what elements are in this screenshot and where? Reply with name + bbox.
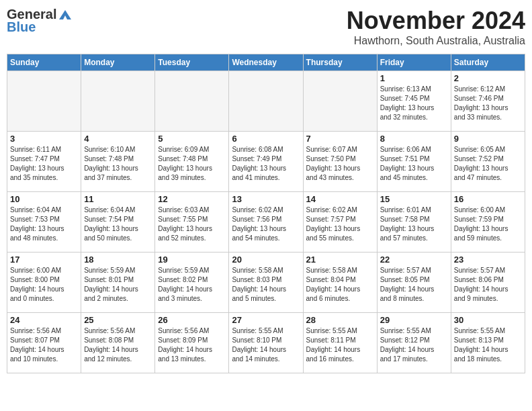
day-number: 1 — [380, 73, 448, 83]
calendar-cell — [155, 71, 229, 132]
calendar-cell — [7, 71, 81, 132]
day-number: 27 — [232, 315, 300, 325]
day-info: Sunrise: 6:00 AMSunset: 8:00 PMDaylight:… — [10, 266, 78, 304]
calendar-header-row: SundayMondayTuesdayWednesdayThursdayFrid… — [7, 54, 525, 71]
day-number: 23 — [454, 255, 522, 265]
calendar-cell — [229, 71, 303, 132]
day-number: 10 — [10, 194, 78, 204]
day-info: Sunrise: 6:04 AMSunset: 7:53 PMDaylight:… — [10, 205, 78, 243]
day-info: Sunrise: 5:59 AMSunset: 8:02 PMDaylight:… — [158, 266, 226, 304]
day-info: Sunrise: 5:55 AMSunset: 8:12 PMDaylight:… — [380, 326, 448, 364]
calendar-week-1: 1Sunrise: 6:13 AMSunset: 7:45 PMDaylight… — [7, 71, 525, 132]
calendar-cell: 11Sunrise: 6:04 AMSunset: 7:54 PMDayligh… — [81, 192, 155, 253]
calendar-cell: 13Sunrise: 6:02 AMSunset: 7:56 PMDayligh… — [229, 192, 303, 253]
day-number: 9 — [454, 134, 522, 144]
calendar-cell: 15Sunrise: 6:01 AMSunset: 7:58 PMDayligh… — [377, 192, 451, 253]
calendar-cell: 5Sunrise: 6:09 AMSunset: 7:48 PMDaylight… — [155, 132, 229, 192]
day-info: Sunrise: 6:01 AMSunset: 7:58 PMDaylight:… — [380, 205, 448, 243]
logo-blue: Blue — [7, 19, 36, 35]
day-info: Sunrise: 5:56 AMSunset: 8:07 PMDaylight:… — [10, 326, 78, 364]
day-number: 26 — [158, 315, 226, 325]
calendar-cell: 3Sunrise: 6:11 AMSunset: 7:47 PMDaylight… — [7, 132, 81, 192]
calendar-cell: 26Sunrise: 5:56 AMSunset: 8:09 PMDayligh… — [155, 313, 229, 373]
day-number: 21 — [306, 255, 374, 265]
day-info: Sunrise: 6:00 AMSunset: 7:59 PMDaylight:… — [454, 205, 522, 243]
title-block: November 2024 Hawthorn, South Australia,… — [347, 7, 525, 47]
day-number: 14 — [306, 194, 374, 204]
day-number: 19 — [158, 255, 226, 265]
day-info: Sunrise: 5:58 AMSunset: 8:03 PMDaylight:… — [232, 266, 300, 304]
day-number: 13 — [232, 194, 300, 204]
calendar-cell: 17Sunrise: 6:00 AMSunset: 8:00 PMDayligh… — [7, 253, 81, 313]
day-info: Sunrise: 6:03 AMSunset: 7:55 PMDaylight:… — [158, 205, 226, 243]
calendar-cell: 27Sunrise: 5:55 AMSunset: 8:10 PMDayligh… — [229, 313, 303, 373]
day-number: 25 — [84, 315, 152, 325]
calendar-cell: 2Sunrise: 6:12 AMSunset: 7:46 PMDaylight… — [451, 71, 525, 132]
day-info: Sunrise: 6:12 AMSunset: 7:46 PMDaylight:… — [454, 85, 522, 122]
location: Hawthorn, South Australia, Australia — [347, 35, 525, 47]
day-info: Sunrise: 5:56 AMSunset: 8:08 PMDaylight:… — [84, 326, 152, 364]
day-header-sunday: Sunday — [7, 54, 81, 71]
day-number: 22 — [380, 255, 448, 265]
day-info: Sunrise: 5:55 AMSunset: 8:10 PMDaylight:… — [232, 326, 300, 364]
day-info: Sunrise: 6:09 AMSunset: 7:48 PMDaylight:… — [158, 145, 226, 183]
day-number: 8 — [380, 134, 448, 144]
day-number: 6 — [232, 134, 300, 144]
day-number: 29 — [380, 315, 448, 325]
page-header: General Blue November 2024 Hawthorn, Sou… — [7, 7, 525, 47]
calendar-week-4: 17Sunrise: 6:00 AMSunset: 8:00 PMDayligh… — [7, 253, 525, 313]
day-info: Sunrise: 6:13 AMSunset: 7:45 PMDaylight:… — [380, 85, 448, 122]
day-number: 28 — [306, 315, 374, 325]
calendar-cell: 23Sunrise: 5:57 AMSunset: 8:06 PMDayligh… — [451, 253, 525, 313]
calendar-cell: 14Sunrise: 6:02 AMSunset: 7:57 PMDayligh… — [303, 192, 377, 253]
day-info: Sunrise: 6:10 AMSunset: 7:48 PMDaylight:… — [84, 145, 152, 183]
day-number: 18 — [84, 255, 152, 265]
day-header-thursday: Thursday — [303, 54, 377, 71]
day-info: Sunrise: 6:04 AMSunset: 7:54 PMDaylight:… — [84, 205, 152, 243]
calendar-cell: 6Sunrise: 6:08 AMSunset: 7:49 PMDaylight… — [229, 132, 303, 192]
calendar-week-2: 3Sunrise: 6:11 AMSunset: 7:47 PMDaylight… — [7, 132, 525, 192]
calendar-cell: 4Sunrise: 6:10 AMSunset: 7:48 PMDaylight… — [81, 132, 155, 192]
calendar-cell: 9Sunrise: 6:05 AMSunset: 7:52 PMDaylight… — [451, 132, 525, 192]
day-header-monday: Monday — [81, 54, 155, 71]
calendar-cell: 10Sunrise: 6:04 AMSunset: 7:53 PMDayligh… — [7, 192, 81, 253]
logo-icon — [58, 9, 73, 21]
day-info: Sunrise: 5:55 AMSunset: 8:13 PMDaylight:… — [454, 326, 522, 364]
calendar-cell: 1Sunrise: 6:13 AMSunset: 7:45 PMDaylight… — [377, 71, 451, 132]
day-number: 30 — [454, 315, 522, 325]
month-title: November 2024 — [347, 7, 525, 35]
day-info: Sunrise: 6:07 AMSunset: 7:50 PMDaylight:… — [306, 145, 374, 183]
calendar-cell: 16Sunrise: 6:00 AMSunset: 7:59 PMDayligh… — [451, 192, 525, 253]
calendar-cell: 19Sunrise: 5:59 AMSunset: 8:02 PMDayligh… — [155, 253, 229, 313]
calendar-week-3: 10Sunrise: 6:04 AMSunset: 7:53 PMDayligh… — [7, 192, 525, 253]
day-header-tuesday: Tuesday — [155, 54, 229, 71]
calendar-cell: 30Sunrise: 5:55 AMSunset: 8:13 PMDayligh… — [451, 313, 525, 373]
calendar-cell: 21Sunrise: 5:58 AMSunset: 8:04 PMDayligh… — [303, 253, 377, 313]
day-info: Sunrise: 6:05 AMSunset: 7:52 PMDaylight:… — [454, 145, 522, 183]
day-number: 15 — [380, 194, 448, 204]
calendar-cell: 8Sunrise: 6:06 AMSunset: 7:51 PMDaylight… — [377, 132, 451, 192]
day-number: 11 — [84, 194, 152, 204]
day-number: 2 — [454, 73, 522, 83]
calendar-cell: 20Sunrise: 5:58 AMSunset: 8:03 PMDayligh… — [229, 253, 303, 313]
day-info: Sunrise: 6:02 AMSunset: 7:57 PMDaylight:… — [306, 205, 374, 243]
day-number: 16 — [454, 194, 522, 204]
calendar-cell — [81, 71, 155, 132]
day-info: Sunrise: 6:11 AMSunset: 7:47 PMDaylight:… — [10, 145, 78, 183]
calendar-cell: 28Sunrise: 5:55 AMSunset: 8:11 PMDayligh… — [303, 313, 377, 373]
day-info: Sunrise: 5:58 AMSunset: 8:04 PMDaylight:… — [306, 266, 374, 304]
day-header-friday: Friday — [377, 54, 451, 71]
calendar-week-5: 24Sunrise: 5:56 AMSunset: 8:07 PMDayligh… — [7, 313, 525, 373]
day-info: Sunrise: 6:02 AMSunset: 7:56 PMDaylight:… — [232, 205, 300, 243]
day-number: 7 — [306, 134, 374, 144]
calendar-cell: 22Sunrise: 5:57 AMSunset: 8:05 PMDayligh… — [377, 253, 451, 313]
day-header-saturday: Saturday — [451, 54, 525, 71]
day-info: Sunrise: 6:06 AMSunset: 7:51 PMDaylight:… — [380, 145, 448, 183]
day-info: Sunrise: 5:57 AMSunset: 8:06 PMDaylight:… — [454, 266, 522, 304]
day-number: 24 — [10, 315, 78, 325]
day-number: 20 — [232, 255, 300, 265]
calendar-cell: 25Sunrise: 5:56 AMSunset: 8:08 PMDayligh… — [81, 313, 155, 373]
calendar-cell: 29Sunrise: 5:55 AMSunset: 8:12 PMDayligh… — [377, 313, 451, 373]
day-number: 5 — [158, 134, 226, 144]
day-info: Sunrise: 5:56 AMSunset: 8:09 PMDaylight:… — [158, 326, 226, 364]
